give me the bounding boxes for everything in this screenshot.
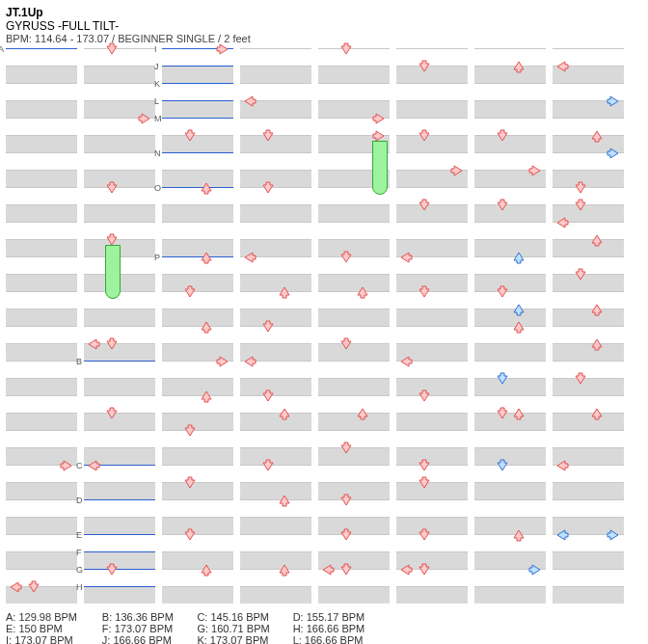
bpm-change-line <box>162 83 233 84</box>
step-arrow-down <box>418 459 431 472</box>
chart-info: BPM: 114.64 - 173.07 / BEGINNER SINGLE /… <box>6 33 648 44</box>
bpm-change-line <box>84 551 155 552</box>
step-arrow-down <box>105 337 119 351</box>
step-arrow-left <box>87 459 100 472</box>
bpm-change-line <box>84 534 155 535</box>
step-arrow-up <box>356 407 369 420</box>
bpm-label: F <box>76 548 82 557</box>
step-arrow-down <box>418 129 431 143</box>
bpm-change-line <box>162 100 233 101</box>
step-arrow-up <box>590 233 604 247</box>
step-arrow-down <box>496 372 509 386</box>
step-arrow-down <box>261 129 275 143</box>
bpm-label: H <box>76 582 83 592</box>
step-arrow-left <box>9 580 22 594</box>
step-arrow-down <box>105 563 119 577</box>
step-arrow-down <box>418 563 431 577</box>
bpm-change-line <box>162 118 233 119</box>
chart-column: A <box>6 48 77 604</box>
bpm-change-line <box>84 586 155 587</box>
song-title: GYRUSS -FULL TILT- <box>6 19 648 33</box>
step-arrow-up <box>200 320 213 334</box>
step-arrow-down <box>339 251 353 264</box>
step-arrow-up <box>200 389 213 403</box>
chart-column <box>396 48 468 604</box>
step-arrow-down <box>105 181 119 195</box>
step-arrow-down <box>339 494 353 507</box>
step-arrow-down <box>418 199 431 212</box>
step-arrow-left <box>555 459 569 472</box>
step-arrow-down <box>261 320 275 334</box>
step-arrow-down <box>183 285 197 299</box>
step-arrow-up <box>512 60 526 73</box>
step-arrow-down <box>339 442 353 455</box>
step-arrow-right <box>607 528 620 542</box>
bpm-label: M <box>154 114 162 123</box>
step-arrow-down <box>183 476 197 490</box>
step-arrow-down <box>261 181 275 195</box>
chart-author: JT.1Up <box>6 6 648 19</box>
step-arrow-up <box>278 407 291 420</box>
step-arrow-down <box>574 181 587 195</box>
step-arrow-up <box>278 285 291 299</box>
bpm-change-line <box>162 256 233 257</box>
step-arrow-down <box>418 285 431 299</box>
step-arrow-down <box>339 42 353 56</box>
bpm-label: L <box>154 96 159 106</box>
bpm-change-line <box>6 48 77 49</box>
bpm-label: C <box>76 461 83 470</box>
bpm-label: G <box>76 565 83 575</box>
step-arrow-down <box>105 42 119 56</box>
step-arrow-up <box>590 407 604 420</box>
step-arrow-left <box>555 60 569 73</box>
step-arrow-right <box>60 459 73 472</box>
step-arrow-down <box>418 528 431 542</box>
step-arrow-down <box>183 129 197 143</box>
bpm-label: I <box>154 44 157 54</box>
step-arrow-down <box>339 528 353 542</box>
bpm-label: N <box>154 148 161 158</box>
step-arrow-down <box>105 233 119 247</box>
step-arrow-up <box>590 129 604 143</box>
step-arrow-right <box>607 147 620 160</box>
step-arrow-right <box>216 355 230 368</box>
step-arrow-up <box>200 563 213 577</box>
freeze-arrow <box>372 141 388 195</box>
step-arrow-down <box>261 389 275 403</box>
step-arrow-left <box>243 355 256 368</box>
step-arrow-down <box>496 459 509 472</box>
step-arrow-up <box>278 563 291 577</box>
step-arrow-left <box>399 563 413 577</box>
step-arrow-right <box>216 42 230 56</box>
step-chart: ABCDEFGHIJKLMNOP <box>6 48 648 604</box>
bpm-label: E <box>76 530 82 540</box>
bpm-change-line <box>84 569 155 570</box>
step-arrow-right <box>138 112 151 125</box>
bpm-col-1: A: 129.98 BPM E: 150 BPM I: 173.07 BPM M… <box>6 611 79 644</box>
chart-column <box>240 48 311 604</box>
step-arrow-down <box>418 389 431 403</box>
step-arrow-down <box>574 372 587 386</box>
header: JT.1Up GYRUSS -FULL TILT- BPM: 114.64 - … <box>6 6 648 44</box>
bpm-change-line <box>84 499 155 500</box>
step-arrow-up <box>512 528 526 542</box>
step-arrow-down <box>183 528 197 542</box>
bpm-label: B <box>76 357 82 366</box>
step-arrow-down <box>27 580 40 594</box>
step-arrow-left <box>555 528 569 542</box>
bpm-change-line <box>162 152 233 153</box>
step-arrow-right <box>372 112 386 125</box>
bpm-label: J <box>154 62 159 71</box>
step-arrow-right <box>528 164 542 177</box>
step-arrow-up <box>278 494 291 507</box>
step-arrow-left <box>87 337 100 351</box>
bpm-change-line <box>162 187 233 188</box>
step-arrow-down <box>574 199 587 212</box>
step-arrow-left <box>399 251 413 264</box>
bpm-table: A: 129.98 BPM E: 150 BPM I: 173.07 BPM M… <box>6 611 648 644</box>
step-arrow-left <box>399 355 413 368</box>
step-arrow-left <box>321 563 335 577</box>
step-arrow-up <box>512 251 526 264</box>
bpm-col-4: D: 155.17 BPM H: 166.66 BPM L: 166.66 BP… <box>293 611 365 644</box>
step-arrow-up <box>356 285 369 299</box>
